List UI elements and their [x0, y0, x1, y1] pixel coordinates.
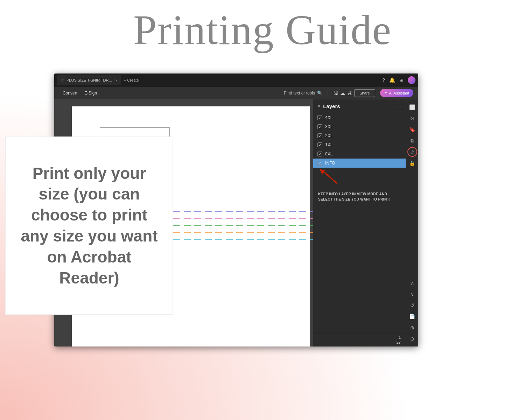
layer-name-1xl: 1XL [325, 142, 332, 147]
layer-item-1xl[interactable]: 1XL [313, 140, 406, 149]
search-text: Find text or tools [284, 91, 315, 96]
printing-guide-title: Printing Guide [0, 7, 525, 53]
document-tab[interactable]: ☆ PLUS SIZE T-SHIRT DR... × [57, 75, 121, 85]
sidebar-bookmark-icon[interactable]: 🔖 [407, 125, 417, 134]
sidebar-refresh-icon[interactable]: ↺ [407, 300, 417, 310]
layers-panel: × Layers ··· 4XL 3XL 2XL 1XL [313, 99, 406, 346]
arrow-container [313, 168, 406, 185]
sidebar-lock-icon[interactable]: 🔒 [407, 158, 417, 168]
menu-convert[interactable]: Convert [59, 87, 81, 99]
annotation-text: KEEP INFO LAYER IN VIEW MODE AND SELECT … [318, 191, 401, 202]
search-icon[interactable]: 🔍 [317, 91, 322, 96]
layer-checkbox-info[interactable] [317, 161, 322, 166]
layer-item-2xl[interactable]: 2XL [313, 131, 406, 140]
layer-checkbox-3xl[interactable] [317, 124, 322, 129]
print-icon[interactable]: 🖨 [347, 90, 352, 96]
new-tab-button[interactable]: + Create [121, 78, 142, 82]
info-card: Print only your size (you can choose to … [5, 136, 173, 315]
layers-icon-active[interactable]: ◎ [407, 147, 417, 157]
sidebar-doc-icon[interactable]: 📄 [407, 312, 417, 321]
layer-item-info[interactable]: INFO [313, 159, 406, 168]
total-pages: 27 [397, 340, 401, 344]
info-card-text: Print only your size (you can choose to … [16, 163, 162, 289]
tab-label: PLUS SIZE T-SHIRT DR... [66, 78, 112, 82]
tab-close-icon[interactable]: × [115, 78, 118, 82]
sidebar-nav-down[interactable]: ∨ [407, 289, 417, 299]
star-icon: ☆ [61, 78, 64, 83]
menu-esign[interactable]: E-Sign [81, 87, 100, 99]
ai-icon: ✦ [384, 91, 387, 95]
layer-checkbox-4xl[interactable] [317, 115, 322, 120]
layer-checkbox-2xl[interactable] [317, 133, 322, 138]
svg-line-0 [323, 171, 337, 183]
layer-annotation: KEEP INFO LAYER IN VIEW MODE AND SELECT … [313, 187, 406, 205]
ai-label: AI Assistant [389, 91, 409, 95]
layer-name-0xl: 0XL [325, 152, 332, 156]
notification-icon[interactable]: 🔔 [389, 77, 395, 83]
layer-name-4xl: 4XL [325, 115, 332, 120]
layer-item-4xl[interactable]: 4XL [313, 113, 406, 122]
sidebar-nav-up[interactable]: ∧ [407, 278, 417, 288]
page-number-area: 1 27 [313, 333, 406, 346]
sidebar-copy-icon[interactable]: ⧉ [407, 136, 417, 146]
tab-actions: ? 🔔 ⊞ [382, 76, 415, 84]
save-icon[interactable]: 🖫 [333, 90, 338, 96]
layer-name-3xl: 3XL [325, 124, 332, 129]
help-icon[interactable]: ? [382, 77, 385, 83]
search-area: Find text or tools 🔍 | 🖫 ☁ 🖨 Share ✦ AI … [284, 89, 413, 97]
layer-name-info: INFO [325, 161, 335, 166]
share-button[interactable]: Share [354, 89, 375, 97]
title-area: Printing Guide [0, 0, 525, 53]
menu-bar: Convert E-Sign Find text or tools 🔍 | 🖫 … [54, 87, 418, 99]
layer-checkbox-1xl[interactable] [317, 142, 322, 147]
arrow-svg [316, 168, 344, 185]
layer-item-0xl[interactable]: 0XL [313, 149, 406, 159]
layers-header: × Layers ··· [313, 99, 406, 113]
ai-assistant-button[interactable]: ✦ AI Assistant [380, 89, 413, 97]
layer-checkbox-0xl[interactable] [317, 152, 322, 156]
layer-name-2xl: 2XL [325, 133, 332, 138]
cloud-icon[interactable]: ☁ [340, 90, 345, 96]
layers-more-icon[interactable]: ··· [397, 103, 401, 109]
divider: | [327, 91, 328, 96]
layers-title: Layers [323, 103, 397, 109]
sidebar-zoom-out[interactable]: ⊖ [407, 334, 417, 344]
user-avatar[interactable] [408, 76, 415, 84]
current-page: 1 [399, 335, 401, 340]
layer-item-3xl[interactable]: 3XL [313, 122, 406, 131]
new-tab-label: + Create [124, 78, 139, 82]
sidebar-zoom-in[interactable]: ⊕ [407, 323, 417, 332]
right-sidebar: ⬜ ⊙ 🔖 ⧉ ◎ 🔒 ∧ ∨ ↺ 📄 ⊕ ⊖ [406, 99, 418, 346]
panel-spacer [313, 205, 406, 333]
tab-bar: ☆ PLUS SIZE T-SHIRT DR... × + Create ? 🔔… [54, 74, 418, 87]
sidebar-search-icon[interactable]: ⊙ [407, 113, 417, 123]
sidebar-export-icon[interactable]: ⬜ [407, 102, 417, 112]
grid-icon[interactable]: ⊞ [399, 77, 404, 83]
layers-close-icon[interactable]: × [317, 103, 320, 109]
